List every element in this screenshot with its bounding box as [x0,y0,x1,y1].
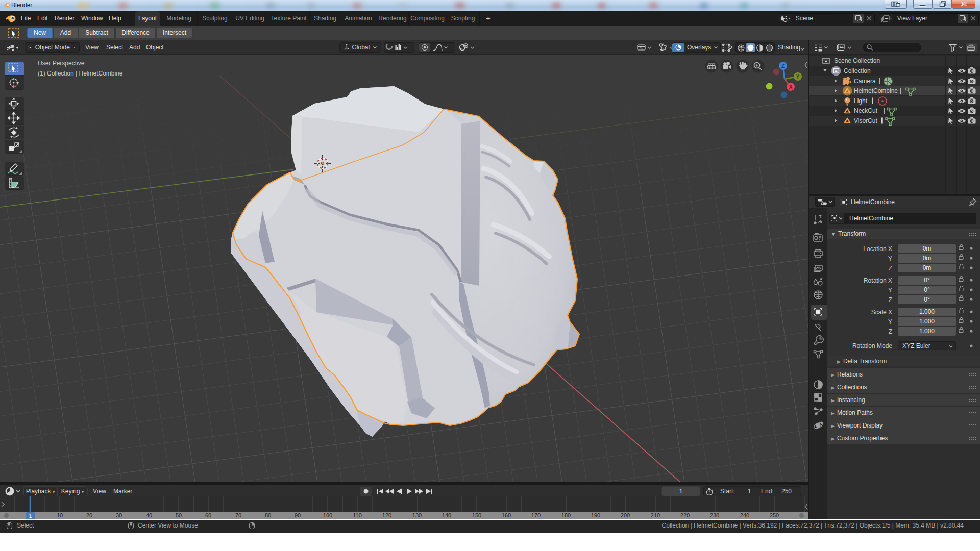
svg-text:Z: Z [781,63,785,69]
svg-text:NeckCut: NeckCut [854,107,878,114]
svg-text:Light: Light [854,97,868,105]
svg-text:VisorCut: VisorCut [854,117,877,124]
svg-text:HelmetCombine: HelmetCombine [854,87,898,94]
svg-text:Scene Collection: Scene Collection [834,57,880,64]
svg-text:Y: Y [796,74,800,80]
svg-text:Collection: Collection [844,67,871,74]
svg-text:X: X [789,84,793,90]
svg-text:Camera: Camera [854,78,876,85]
